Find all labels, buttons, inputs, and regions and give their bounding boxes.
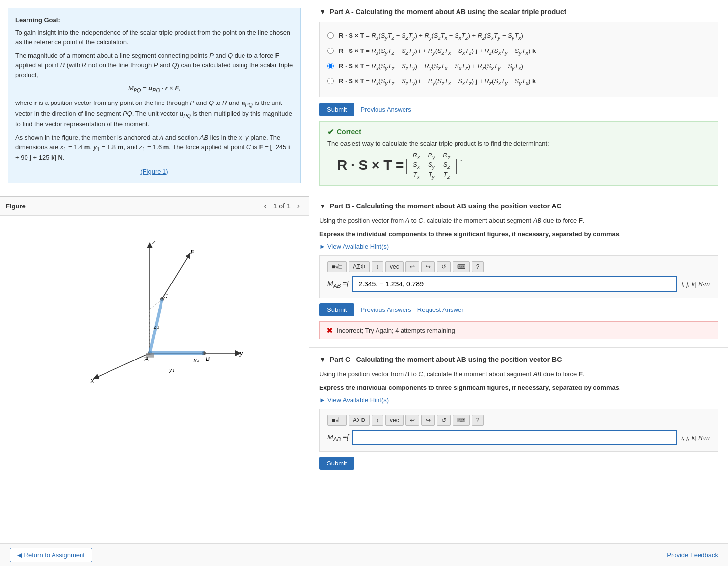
- incorrect-x-icon: ✖: [326, 326, 333, 335]
- figure-header: Figure ‹ 1 of 1 ›: [0, 197, 309, 216]
- part-b-toolbar: ■√□ ΑΣΦ ↕ vec ↩ ↪ ↺ ⌨ ?: [327, 261, 710, 272]
- toolbar-help-btn[interactable]: ?: [472, 261, 484, 272]
- part-c-instruction1: Using the position vector from B to C, c…: [319, 369, 718, 379]
- toolbar-keyboard-btn[interactable]: ⌨: [453, 261, 470, 272]
- part-c-hint-link[interactable]: ► View Available Hint(s): [319, 396, 718, 404]
- part-c-arrow: ▼: [319, 356, 326, 363]
- part-c-toolbar-keyboard-btn[interactable]: ⌨: [453, 415, 470, 426]
- part-c-label: Part C - Calculating the moment about AB…: [330, 356, 562, 363]
- choice-3-radio[interactable]: [327, 63, 334, 69]
- bottom-bar: ◀ Return to Assignment Provide Feedback: [309, 543, 728, 566]
- part-a-correct-box: ✔ Correct The easiest way to calculate t…: [319, 121, 718, 186]
- correct-check-icon: ✔: [327, 128, 334, 137]
- part-a-submit-row: Submit Previous Answers: [319, 103, 718, 116]
- part-b-arrow: ▼: [319, 202, 326, 210]
- choice-4-text: R · S × T = Rx(SyTz − SzTy) i − Ry(SzTx …: [339, 77, 536, 88]
- toolbar-updown-btn[interactable]: ↕: [372, 261, 383, 272]
- part-c-toolbar-reset-btn[interactable]: ↺: [437, 415, 451, 426]
- figure-page: 1 of 1: [273, 202, 291, 210]
- formula-mpq: MPQ = uPQ · r × F,: [15, 83, 294, 94]
- determinant-display: R · S × T = | Rx Ry Rz | Sx Sy Sz Tx: [337, 151, 710, 180]
- answer-choice-3: R · S × T = Rx(SyTz − SzTy) − Ry(SzTx − …: [327, 61, 710, 73]
- toolbar-symbol-btn[interactable]: ΑΣΦ: [349, 261, 370, 272]
- learning-goal-text3: where r is a position vector from any po…: [15, 98, 294, 129]
- figure-next-button[interactable]: ›: [295, 201, 303, 211]
- part-b-incorrect-box: ✖ Incorrect; Try Again; 4 attempts remai…: [319, 321, 718, 339]
- choice-3-text: R · S × T = Rx(SyTz − SzTy) − Ry(SzTx − …: [339, 61, 523, 73]
- svg-text:z₁: z₁: [153, 324, 159, 330]
- part-b-math-input[interactable]: [352, 276, 677, 292]
- learning-goal-box: Learning Goal: To gain insight into the …: [8, 8, 301, 183]
- part-b-input-label: MAB =[: [327, 280, 349, 289]
- part-c-toolbar: ■√□ ΑΣΦ ↕ vec ↩ ↪ ↺ ⌨ ?: [327, 415, 710, 426]
- part-c-submit-row: Submit: [319, 457, 718, 470]
- part-b-section: ▼ Part B - Calculating the moment about …: [309, 194, 728, 348]
- svg-text:B: B: [206, 356, 210, 362]
- svg-text:x: x: [90, 377, 94, 383]
- figure-nav[interactable]: ‹ 1 of 1 ›: [261, 201, 303, 211]
- part-a-section: ▼ Part A - Calculating the moment about …: [309, 0, 728, 194]
- part-c-header[interactable]: ▼ Part C - Calculating the moment about …: [319, 356, 718, 363]
- figure-section: Figure ‹ 1 of 1 › z y: [0, 196, 309, 566]
- part-b-prev-answers-link[interactable]: Previous Answers: [360, 306, 411, 313]
- left-panel: Learning Goal: To gain insight into the …: [0, 0, 309, 566]
- part-a-submit-button[interactable]: Submit: [319, 103, 354, 116]
- figure-canvas: z y x: [0, 216, 309, 387]
- choice-4-radio[interactable]: [327, 78, 334, 84]
- part-c-input-row: MAB =[ i, j, k| N·m: [327, 430, 710, 445]
- part-b-header[interactable]: ▼ Part B - Calculating the moment about …: [319, 202, 718, 210]
- part-b-hint-link[interactable]: ► View Available Hint(s): [319, 243, 718, 250]
- part-b-input-box: ■√□ ΑΣΦ ↕ vec ↩ ↪ ↺ ⌨ ? MAB =[ i, j, k| …: [319, 255, 718, 298]
- toolbar-redo-btn[interactable]: ↪: [421, 261, 435, 272]
- part-b-request-answer-link[interactable]: Request Answer: [417, 306, 464, 313]
- correct-explanation: The easiest way to calculate the scalar …: [327, 140, 710, 147]
- toolbar-reset-btn[interactable]: ↺: [437, 261, 451, 272]
- part-a-prev-answers-link[interactable]: Previous Answers: [360, 106, 411, 113]
- toolbar-undo-btn[interactable]: ↩: [405, 261, 419, 272]
- part-c-instruction2: Express the individual components to thr…: [319, 383, 718, 393]
- learning-goal-text1: To gain insight into the independence of…: [15, 28, 294, 47]
- part-c-toolbar-vec-btn[interactable]: vec: [385, 415, 404, 426]
- learning-goal-text2: The magnitude of a moment about a line s…: [15, 51, 294, 80]
- figure-prev-button[interactable]: ‹: [261, 201, 269, 211]
- figure-link[interactable]: (Figure 1): [140, 168, 168, 175]
- part-a-choices: R · S × T = Rx(SyTz − SzTy) + Ry(SzTx − …: [319, 22, 718, 97]
- part-b-instruction1: Using the position vector from A to C, c…: [319, 216, 718, 226]
- hint-arrow-icon: ►: [319, 243, 325, 250]
- part-c-toolbar-undo-btn[interactable]: ↩: [405, 415, 419, 426]
- choice-1-radio[interactable]: [327, 32, 334, 39]
- incorrect-text: Incorrect; Try Again; 4 attempts remaini…: [337, 327, 455, 334]
- svg-text:z: z: [152, 238, 156, 246]
- part-c-toolbar-redo-btn[interactable]: ↪: [421, 415, 435, 426]
- part-a-label: Part A - Calculating the moment about AB…: [330, 8, 566, 16]
- part-b-input-row: MAB =[ i, j, k| N·m: [327, 276, 710, 292]
- part-a-header[interactable]: ▼ Part A - Calculating the moment about …: [319, 8, 718, 16]
- part-a-arrow: ▼: [319, 8, 326, 16]
- toolbar-matrix-btn[interactable]: ■√□: [327, 261, 347, 272]
- part-c-input-box: ■√□ ΑΣΦ ↕ vec ↩ ↪ ↺ ⌨ ? MAB =[ i, j, k| …: [319, 409, 718, 452]
- figure-svg: z y x: [52, 216, 258, 383]
- part-c-math-input[interactable]: [352, 430, 677, 445]
- part-c-toolbar-updown-btn[interactable]: ↕: [372, 415, 383, 426]
- choice-2-text: R · S × T = Rx(SyTz − SzTy) i + Ry(SzTx …: [339, 46, 536, 57]
- part-b-instruction2: Express the individual components to thr…: [319, 230, 718, 239]
- part-c-toolbar-symbol-btn[interactable]: ΑΣΦ: [349, 415, 370, 426]
- choice-1-text: R · S × T = Rx(SyTz − SzTy) + Ry(SzTx − …: [339, 31, 523, 42]
- part-c-input-label: MAB =[: [327, 433, 349, 442]
- correct-title: ✔ Correct: [327, 128, 710, 137]
- answer-choice-2: R · S × T = Rx(SyTz − SzTy) i + Ry(SzTx …: [327, 46, 710, 57]
- part-c-toolbar-matrix-btn[interactable]: ■√□: [327, 415, 347, 426]
- part-b-submit-row: Submit Previous Answers Request Answer: [319, 303, 718, 316]
- provide-feedback-link[interactable]: Provide Feedback: [667, 551, 718, 559]
- part-c-unit-label: i, j, k| N·m: [681, 434, 710, 441]
- toolbar-vec-btn[interactable]: vec: [385, 261, 404, 272]
- learning-goal-title: Learning Goal:: [15, 15, 294, 25]
- choice-2-radio[interactable]: [327, 48, 334, 54]
- part-c-submit-button[interactable]: Submit: [319, 457, 354, 470]
- svg-rect-22: [146, 353, 154, 357]
- part-c-toolbar-help-btn[interactable]: ?: [472, 415, 484, 426]
- part-b-unit-label: i, j, k| N·m: [681, 281, 710, 288]
- part-b-submit-button[interactable]: Submit: [319, 303, 354, 316]
- figure-label: Figure: [6, 203, 26, 210]
- learning-goal-text4: As shown in the figure, the member is an…: [15, 133, 294, 163]
